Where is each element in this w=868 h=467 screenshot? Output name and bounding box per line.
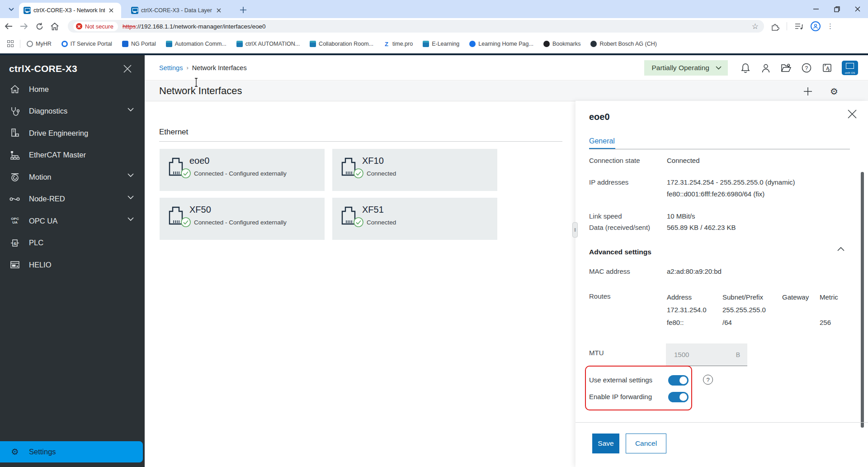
- footer-divider: [576, 422, 868, 423]
- bookmark-favicon: [61, 41, 68, 47]
- save-button[interactable]: Save: [592, 434, 619, 453]
- tab-close-icon[interactable]: [108, 7, 115, 14]
- data-transfer-label: Data (received/sent): [589, 224, 650, 231]
- sidebar-item-ethercat-master[interactable]: EtherCAT Master: [0, 144, 145, 167]
- network-tree-icon: [9, 150, 21, 161]
- link-speed-value: 10 MBit/s: [667, 212, 695, 220]
- drawer-scrollbar[interactable]: [861, 172, 864, 428]
- ip-address-fix: fe80::d001:6fff:fe26:6980/64 (fix): [667, 190, 764, 198]
- restore-button[interactable]: [826, 0, 847, 18]
- header-actions: Partially Operating ? A ctrlX: [644, 55, 858, 81]
- motion-icon: [9, 172, 21, 182]
- security-chip[interactable]: ✕ Not secure: [73, 22, 118, 31]
- drawer-title: eoe0: [589, 112, 610, 122]
- interface-card-xf51[interactable]: XF51 Connected: [332, 198, 497, 240]
- system-status-dropdown[interactable]: Partially Operating: [644, 60, 728, 76]
- sidebar-close-icon[interactable]: [123, 64, 133, 74]
- bookmark-item[interactable]: Collaboration Room...: [310, 41, 373, 47]
- extensions-puzzle-icon[interactable]: [769, 21, 780, 32]
- bookmark-favicon: [166, 41, 172, 47]
- interface-detail-drawer: ‖ eoe0 General Connection state Connecte…: [576, 101, 868, 467]
- home-icon[interactable]: [48, 19, 61, 33]
- sidebar-item-helio[interactable]: HELIO: [0, 254, 145, 276]
- sidebar-item-diagnostics[interactable]: Diagnostics: [0, 100, 145, 123]
- chevron-up-icon[interactable]: [837, 247, 844, 252]
- bookmark-item[interactable]: E-Learning: [423, 41, 459, 47]
- svg-text:?: ?: [805, 65, 808, 71]
- browser-titlebar: ctrlX-CORE-X3 - Network Interf ctrlX-COR…: [0, 0, 868, 18]
- help-icon[interactable]: ?: [801, 62, 812, 73]
- routes-header-address: Address: [667, 293, 692, 301]
- ip-addresses-label: IP addresses: [589, 178, 628, 186]
- node-link-icon: [9, 194, 21, 205]
- close-window-button[interactable]: [847, 0, 868, 18]
- address-bar[interactable]: ✕ Not secure https://192.168.1.1/network…: [68, 20, 764, 33]
- chevron-down-icon: [127, 108, 134, 112]
- back-icon[interactable]: [2, 19, 15, 33]
- profile-avatar[interactable]: [811, 21, 821, 31]
- bookmark-item[interactable]: Ztime.pro: [383, 41, 413, 47]
- interface-card-eoe0[interactable]: eoe0 Connected - Configured externally: [160, 149, 325, 191]
- url-text[interactable]: https://192.168.1.1/network-manager/inte…: [123, 23, 266, 30]
- browser-tab-active[interactable]: ctrlX-CORE-X3 - Network Interf: [19, 3, 121, 18]
- sidebar-item-settings[interactable]: ⚙ Settings: [0, 441, 143, 462]
- route-cell: 255.255.255.0: [722, 306, 766, 314]
- apps-folder-icon[interactable]: [781, 62, 792, 73]
- bookmark-item[interactable]: ctrlX AUTOMATION...: [236, 41, 300, 47]
- apps-grid-icon[interactable]: [7, 40, 14, 48]
- bookmark-item[interactable]: NG Portal: [122, 41, 156, 47]
- chrome-menu-icon[interactable]: ⋮: [827, 22, 834, 30]
- forward-icon[interactable]: [17, 19, 31, 33]
- bookmark-item[interactable]: Learning Home Pag...: [469, 41, 533, 47]
- mtu-input[interactable]: 1500 B: [666, 343, 747, 366]
- new-tab-button[interactable]: [239, 5, 248, 14]
- add-interface-button[interactable]: [803, 86, 813, 96]
- sidebar-item-node-red[interactable]: Node-RED: [0, 188, 145, 210]
- drawer-resize-handle[interactable]: ‖: [572, 222, 578, 238]
- connection-state-value: Connected: [667, 157, 700, 164]
- bookmark-item[interactable]: MyHR: [27, 41, 52, 47]
- notifications-bell-icon[interactable]: [740, 62, 751, 73]
- sidebar-item-plc[interactable]: & PLC: [0, 232, 145, 254]
- bookmark-item[interactable]: Bookmarks: [543, 41, 581, 47]
- ctrlx-favicon: [131, 7, 138, 14]
- minimize-button[interactable]: [806, 0, 826, 18]
- interface-card-xf50[interactable]: XF50 Connected - Configured externally: [160, 198, 325, 240]
- bookmark-favicon: [469, 41, 476, 47]
- cancel-button[interactable]: Cancel: [626, 434, 666, 453]
- sidebar-item-home[interactable]: Home: [0, 78, 145, 100]
- ctrlx-favicon: [24, 7, 31, 14]
- bookmark-item[interactable]: Automation Comm...: [166, 41, 226, 47]
- stethoscope-icon: [9, 106, 21, 117]
- chevron-down-icon: [127, 217, 134, 221]
- tab-general[interactable]: General: [589, 137, 615, 145]
- sidebar-item-motion[interactable]: Motion: [0, 166, 145, 188]
- browser-tab-inactive[interactable]: ctrlX-CORE-X3 - Data Layer: [127, 3, 229, 18]
- interface-card-xf10[interactable]: XF10 Connected: [332, 149, 497, 191]
- chevron-down-icon: [127, 195, 134, 200]
- tab-close-icon[interactable]: [215, 7, 222, 14]
- help-tooltip-icon[interactable]: ?: [703, 375, 713, 385]
- bookmark-item[interactable]: Robert Bosch AG (CH): [590, 41, 656, 47]
- bookmark-item[interactable]: IT Service Portal: [61, 41, 112, 47]
- breadcrumb-settings-link[interactable]: Settings: [159, 64, 183, 71]
- bookmark-star-icon[interactable]: ☆: [752, 22, 759, 31]
- ctrlx-os-logo[interactable]: ctrlX OS: [842, 61, 858, 75]
- sidebar-item-opc-ua[interactable]: OPCUA OPC UA: [0, 210, 145, 232]
- interface-settings-gear-icon[interactable]: ⚙: [830, 86, 838, 97]
- reload-icon[interactable]: [33, 19, 46, 33]
- interfaces-panel: Ethernet eoe0 Connected - Configured ext…: [145, 101, 576, 467]
- enable-ip-forwarding-toggle[interactable]: [668, 392, 689, 402]
- tab-search-icon[interactable]: [6, 5, 16, 14]
- bookmark-favicon: [27, 41, 33, 47]
- use-external-settings-toggle[interactable]: [668, 375, 689, 386]
- tab-title: ctrlX-CORE-X3 - Network Interf: [33, 7, 105, 14]
- svg-text:&: &: [14, 241, 17, 245]
- drawer-close-icon[interactable]: [847, 109, 858, 120]
- playlist-icon[interactable]: [793, 21, 804, 32]
- url-scheme: https: [123, 23, 136, 30]
- sidebar-item-drive-engineering[interactable]: Drive Engineering: [0, 122, 145, 144]
- advanced-settings-header[interactable]: Advanced settings: [589, 248, 651, 256]
- language-translate-icon[interactable]: A: [821, 62, 832, 73]
- user-account-icon[interactable]: [760, 62, 771, 73]
